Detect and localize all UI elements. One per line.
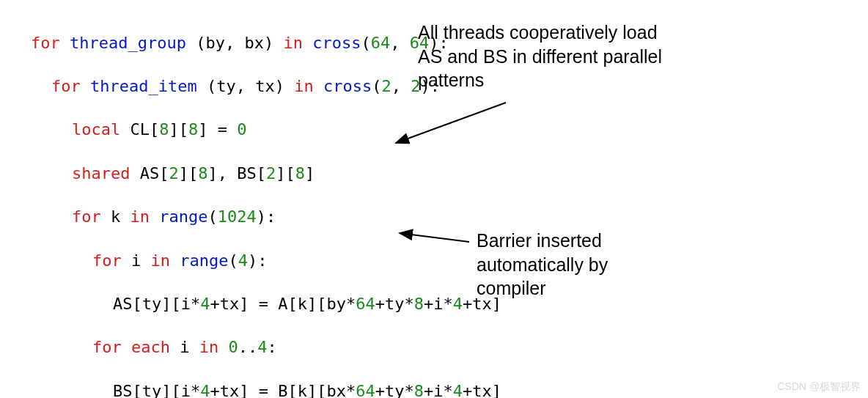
code-line-9: BS[ty][i*4+tx] = B[k][bx*64+ty*8+i*4+tx]: [31, 380, 501, 398]
code-line-6: for i in range(4):: [31, 250, 501, 272]
annotation-barrier: Barrier inserted automatically by compil…: [477, 229, 667, 301]
annotation-cooperative-load: All threads cooperatively load AS and BS…: [418, 21, 674, 92]
code-line-7: AS[ty][i*4+tx] = A[k][by*64+ty*8+i*4+tx]: [31, 293, 501, 315]
code-line-3: local CL[8][8] = 0: [31, 119, 501, 141]
code-line-5: for k in range(1024):: [31, 206, 501, 228]
code-line-8: for each i in 0..4:: [31, 336, 501, 358]
code-line-4: shared AS[2][8], BS[2][8]: [31, 163, 501, 185]
kw-for: for: [31, 34, 60, 52]
id-thread-group: thread_group: [70, 34, 186, 52]
watermark: CSDN @极智视界: [777, 380, 861, 394]
